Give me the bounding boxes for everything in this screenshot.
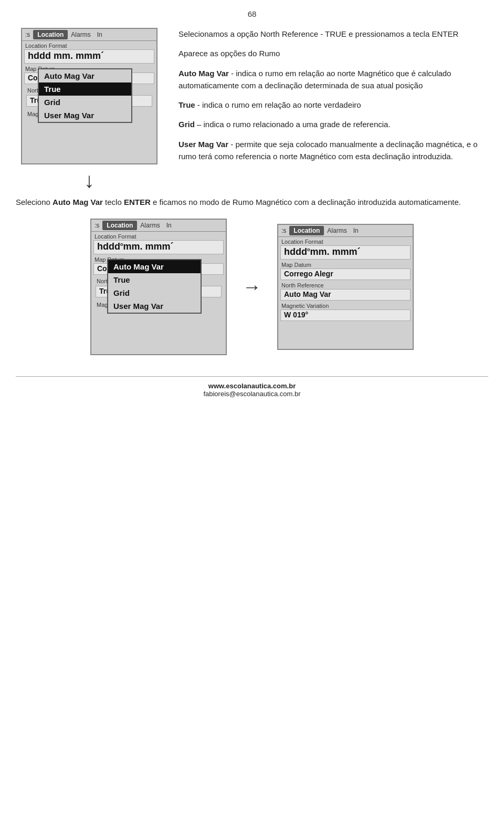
device-screen-1: :s Location Alarms In Location Format hd… [21,28,158,164]
nav-highlighted-3: Location [289,226,324,235]
nav-bar-2: :s Location Alarms In [91,220,226,232]
dropdown-item-2-2[interactable]: Grid [108,286,201,299]
nav-bar-3: :s Location Alarms In [278,225,413,237]
nav-left-3: :s [278,226,289,235]
device-screen-1-wrapper: :s Location Alarms In Location Format hd… [16,28,163,191]
loc-format-value-2: hdddomm. mmm´ [93,240,224,254]
north-ref-label-3: North Reference [278,281,413,288]
text-line3: Auto Mag Var - indica o rumo em relação … [178,67,488,92]
nav-right-3: In [350,226,362,235]
dropdown-item-1-0[interactable]: Auto Mag Var [39,69,131,82]
text-label-true: True [178,100,195,109]
bottom-bold1: Auto Mag Var [52,198,103,206]
loc-format-label-2: Location Format [91,232,226,240]
bottom-pre: Seleciono [16,198,52,206]
bottom-post: e ficamos no modo de Rumo Magnético com … [151,198,461,206]
nav-right-1: In [94,30,106,39]
text-label-automag: Auto Mag Var [178,69,229,78]
bottom-bold2: ENTER [124,198,151,206]
device-screen-3: :s Location Alarms In Location Format hd… [277,224,414,350]
nav-middle-2: Alarms [137,221,163,230]
text-line5: Grid – indica o rumo relacionado a uma g… [178,118,488,130]
loc-format-label-1: Location Format [22,41,156,49]
nav-left-1: :s [22,30,33,39]
device-screen-2: :s Location Alarms In Location Format hd… [90,219,227,355]
dropdown-item-2-0[interactable]: Auto Mag Var [108,260,201,273]
bottom-text: Seleciono Auto Mag Var teclo ENTER e fic… [0,191,504,213]
bottom-mid: teclo [103,198,124,206]
footer-email: fabioreis@escolanautica.com.br [0,390,504,398]
page-number: 68 [0,0,504,18]
nav-middle-1: Alarms [68,30,93,39]
arrow-right: → [243,277,261,296]
top-section: :s Location Alarms In Location Format hd… [0,28,504,191]
text-rest-true: - indica o rumo em relação ao norte verd… [195,100,361,109]
text-line2: Aparece as opções do Rumo [178,47,488,59]
nav-highlighted-1: Location [33,30,68,39]
dropdown-popup-2: Auto Mag Var True Grid User Mag Var [107,259,202,314]
mag-var-value-3: W 019° [280,309,411,321]
text-line1: Selecionamos a opção North Reference - T… [178,28,488,40]
dropdown-item-2-1[interactable]: True [108,273,201,286]
dropdown-item-1-3[interactable]: User Mag Var [39,109,131,122]
text-line4: True - indica o rumo em relação ao norte… [178,99,488,111]
text-label-usermag: User Mag Var [178,140,228,149]
dropdown-popup-1: Auto Mag Var True Grid User Mag Var [38,68,132,123]
footer: www.escolanautica.com.br fabioreis@escol… [0,382,504,405]
north-ref-value-3: Auto Mag Var [280,289,411,301]
nav-left-2: :s [91,221,102,230]
text-rest-grid: – indica o rumo relacionado a uma grade … [195,120,391,129]
loc-format-label-3: Location Format [278,237,413,245]
dropdown-item-2-3[interactable]: User Mag Var [108,299,201,313]
nav-middle-3: Alarms [324,226,350,235]
text-section: Selecionamos a opção North Reference - T… [178,28,488,191]
text-line6: User Mag Var - permite que seja colocado… [178,138,488,163]
nav-right-2: In [163,221,175,230]
nav-highlighted-2: Location [102,221,137,230]
dropdown-item-1-2[interactable]: Grid [39,96,131,109]
text-label-grid: Grid [178,120,195,129]
map-datum-value-3: Corrego Alegr [280,268,411,280]
footer-website: www.escolanautica.com.br [0,382,504,390]
bottom-screens-row: :s Location Alarms In Location Format hd… [0,213,504,366]
nav-bar-1: :s Location Alarms In [22,29,156,41]
dropdown-item-1-1[interactable]: True [39,82,131,96]
map-datum-label-3: Map Datum [278,260,413,268]
loc-format-value-1: hddd mm. mmm´ [24,49,154,64]
loc-format-value-3: hdddomm. mmm´ [280,245,411,260]
arrow-down: ↓ [84,170,94,191]
mag-var-label-3: Magnetic Variation [278,301,413,309]
footer-divider [16,376,488,377]
